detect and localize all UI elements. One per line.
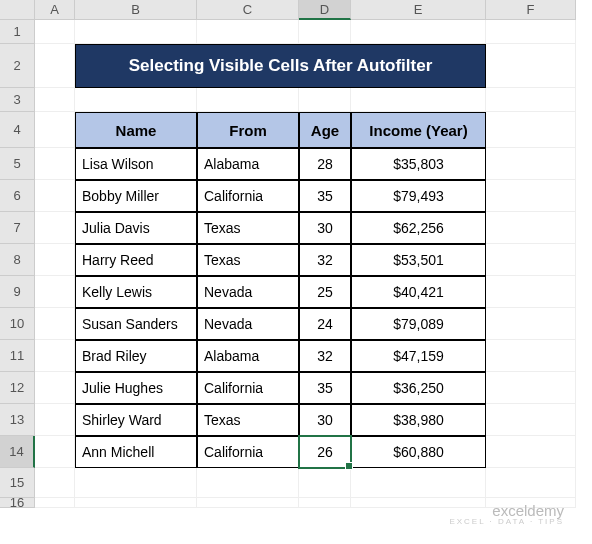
cell[interactable] — [486, 244, 576, 276]
cell-age[interactable]: 30 — [299, 404, 351, 436]
col-header-b[interactable]: B — [75, 0, 197, 20]
cell[interactable] — [299, 88, 351, 112]
cell[interactable] — [35, 340, 75, 372]
row-header[interactable]: 16 — [0, 498, 35, 508]
cell-name[interactable]: Lisa Wilson — [75, 148, 197, 180]
cell-income[interactable]: $60,880 — [351, 436, 486, 468]
cell-from[interactable]: Texas — [197, 244, 299, 276]
cell-income[interactable]: $38,980 — [351, 404, 486, 436]
cell[interactable] — [351, 468, 486, 498]
row-header[interactable]: 12 — [0, 372, 35, 404]
cell[interactable] — [35, 244, 75, 276]
cell-from[interactable]: California — [197, 436, 299, 468]
row-header[interactable]: 14 — [0, 436, 35, 468]
cell-age[interactable]: 30 — [299, 212, 351, 244]
cell-age[interactable]: 24 — [299, 308, 351, 340]
cell[interactable] — [35, 404, 75, 436]
cell[interactable] — [351, 88, 486, 112]
row-header[interactable]: 1 — [0, 20, 35, 44]
cell-income[interactable]: $53,501 — [351, 244, 486, 276]
cell[interactable] — [35, 212, 75, 244]
cell[interactable] — [486, 372, 576, 404]
cell-name[interactable]: Julie Hughes — [75, 372, 197, 404]
row-header[interactable]: 4 — [0, 112, 35, 148]
cell-name[interactable]: Shirley Ward — [75, 404, 197, 436]
cell[interactable] — [486, 112, 576, 148]
row-header[interactable]: 7 — [0, 212, 35, 244]
cell[interactable] — [35, 308, 75, 340]
cell-income[interactable]: $79,493 — [351, 180, 486, 212]
row-header[interactable]: 9 — [0, 276, 35, 308]
cell-name[interactable]: Bobby Miller — [75, 180, 197, 212]
cell-age[interactable]: 35 — [299, 372, 351, 404]
cell[interactable] — [35, 88, 75, 112]
cell[interactable] — [486, 44, 576, 88]
cell-income[interactable]: $62,256 — [351, 212, 486, 244]
cell[interactable] — [75, 498, 197, 508]
cell-from[interactable]: Nevada — [197, 308, 299, 340]
row-header[interactable]: 15 — [0, 468, 35, 498]
cell-name[interactable]: Harry Reed — [75, 244, 197, 276]
row-header[interactable]: 8 — [0, 244, 35, 276]
cell-age[interactable]: 32 — [299, 244, 351, 276]
cell[interactable] — [486, 308, 576, 340]
table-header-from[interactable]: From — [197, 112, 299, 148]
select-all-corner[interactable] — [0, 0, 35, 20]
cell[interactable] — [35, 148, 75, 180]
cell[interactable] — [486, 88, 576, 112]
cell-name[interactable]: Julia Davis — [75, 212, 197, 244]
cell-income[interactable]: $35,803 — [351, 148, 486, 180]
cell[interactable] — [299, 20, 351, 44]
col-header-c[interactable]: C — [197, 0, 299, 20]
cell[interactable] — [486, 436, 576, 468]
cell-from[interactable]: Alabama — [197, 340, 299, 372]
col-header-a[interactable]: A — [35, 0, 75, 20]
cell-income[interactable]: $36,250 — [351, 372, 486, 404]
cell-age[interactable]: 25 — [299, 276, 351, 308]
cell[interactable] — [299, 498, 351, 508]
cell-name[interactable]: Susan Sanders — [75, 308, 197, 340]
cell[interactable] — [486, 276, 576, 308]
cell[interactable] — [35, 498, 75, 508]
cell-income[interactable]: $79,089 — [351, 308, 486, 340]
cell[interactable] — [486, 180, 576, 212]
row-header[interactable]: 3 — [0, 88, 35, 112]
cell[interactable] — [75, 20, 197, 44]
cell[interactable] — [35, 20, 75, 44]
title-cell[interactable]: Selecting Visible Cells After Autofilter — [75, 44, 486, 88]
cell[interactable] — [486, 212, 576, 244]
cell[interactable] — [197, 20, 299, 44]
cell-name[interactable]: Brad Riley — [75, 340, 197, 372]
table-header-name[interactable]: Name — [75, 112, 197, 148]
cell[interactable] — [75, 88, 197, 112]
cell[interactable] — [197, 498, 299, 508]
row-header[interactable]: 11 — [0, 340, 35, 372]
cell[interactable] — [35, 44, 75, 88]
cell-from[interactable]: Texas — [197, 212, 299, 244]
cell-age[interactable]: 32 — [299, 340, 351, 372]
cell[interactable] — [197, 468, 299, 498]
row-header[interactable]: 5 — [0, 148, 35, 180]
cell-income[interactable]: $47,159 — [351, 340, 486, 372]
table-header-age[interactable]: Age — [299, 112, 351, 148]
spreadsheet-grid[interactable]: A B C D E F 1 2 Selecting Visible Cells … — [0, 0, 592, 508]
cell[interactable] — [35, 372, 75, 404]
cell-age[interactable]: 28 — [299, 148, 351, 180]
cell-from[interactable]: California — [197, 372, 299, 404]
cell-income[interactable]: $40,421 — [351, 276, 486, 308]
row-header[interactable]: 6 — [0, 180, 35, 212]
table-header-income[interactable]: Income (Year) — [351, 112, 486, 148]
cell[interactable] — [486, 20, 576, 44]
cell[interactable] — [299, 468, 351, 498]
cell[interactable] — [35, 112, 75, 148]
cell-age[interactable]: 35 — [299, 180, 351, 212]
cell[interactable] — [486, 148, 576, 180]
cell-name[interactable]: Kelly Lewis — [75, 276, 197, 308]
cell[interactable] — [486, 468, 576, 498]
cell-from[interactable]: Texas — [197, 404, 299, 436]
col-header-d[interactable]: D — [299, 0, 351, 20]
cell[interactable] — [486, 340, 576, 372]
cell-from[interactable]: California — [197, 180, 299, 212]
cell-from[interactable]: Nevada — [197, 276, 299, 308]
cell[interactable] — [197, 88, 299, 112]
